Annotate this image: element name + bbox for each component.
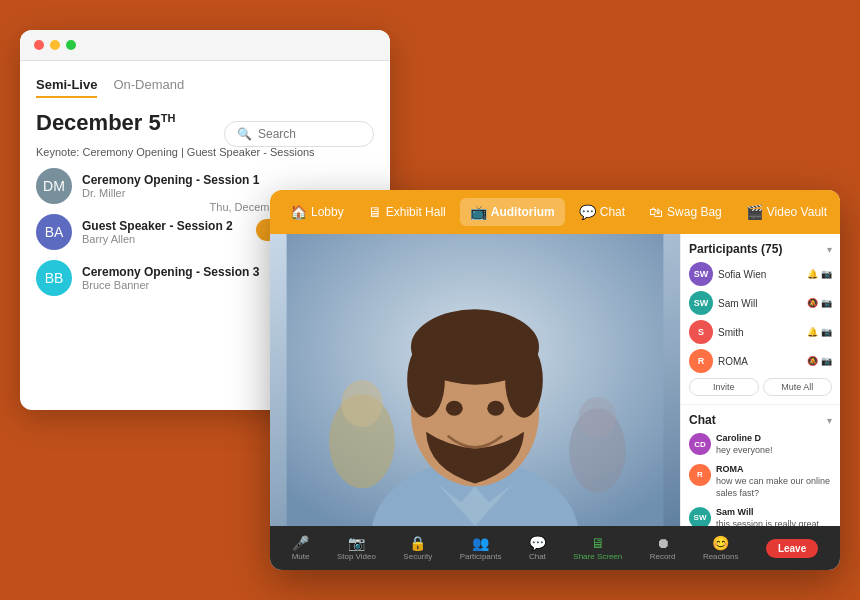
chat-section: Chat ▾ CD Caroline D hey everyone! R ROM… <box>681 405 840 526</box>
side-panel: Participants (75) ▾ SW Sofia Wien 🔔 📷 <box>680 234 840 526</box>
participant-row: SW Sofia Wien 🔔 📷 <box>689 262 832 286</box>
nav-video-label: Video Vault <box>767 205 827 219</box>
chat-title: Chat <box>689 413 716 427</box>
avatar: SW <box>689 262 713 286</box>
participants-section: Participants (75) ▾ SW Sofia Wien 🔔 📷 <box>681 234 840 405</box>
participant-name: Sam Will <box>718 298 757 309</box>
nav-video-vault[interactable]: 🎬 Video Vault <box>736 198 837 226</box>
toolbar-stop-video[interactable]: 📷 Stop Video <box>337 535 376 561</box>
tabs: Semi-Live On-Demand <box>36 77 374 98</box>
video-area <box>270 234 680 526</box>
chat-toolbar-icon: 💬 <box>529 535 546 551</box>
nav-swag-label: Swag Bag <box>667 205 722 219</box>
toolbar-security[interactable]: 🔒 Security <box>403 535 432 561</box>
swagbag-icon: 🛍 <box>649 204 663 220</box>
toolbar-reactions[interactable]: 😊 Reactions <box>703 535 739 561</box>
participant-row: R ROMA 🔕 📷 <box>689 349 832 373</box>
keynote-label: Keynote: Ceremony Opening | Guest Speake… <box>36 146 374 158</box>
avatar: BB <box>36 260 72 296</box>
search-icon: 🔍 <box>237 127 252 141</box>
camera-off-icon: 📷 <box>821 356 832 366</box>
main-content: Participants (75) ▾ SW Sofia Wien 🔔 📷 <box>270 234 840 526</box>
session-speaker: Bruce Banner <box>82 279 259 291</box>
participants-icon: 👥 <box>472 535 489 551</box>
mute-all-button[interactable]: Mute All <box>763 378 833 396</box>
nav-exhibit-hall[interactable]: 🖥 Exhibit Hall <box>358 198 456 226</box>
nav-auditorium-label: Auditorium <box>491 205 555 219</box>
avatar: S <box>689 320 713 344</box>
nav-bar: 🏠 Lobby 🖥 Exhibit Hall 📺 Auditorium 💬 Ch… <box>270 190 840 234</box>
nav-lobby-label: Lobby <box>311 205 344 219</box>
nav-chat-label: Chat <box>600 205 625 219</box>
chat-text: hey everyone! <box>716 444 773 457</box>
participants-count: (75) <box>761 242 782 256</box>
toolbar-share-screen[interactable]: 🖥 Share Screen <box>573 535 622 561</box>
nav-lobby[interactable]: 🏠 Lobby <box>280 198 354 226</box>
titlebar <box>20 30 390 61</box>
participant-name: ROMA <box>718 356 748 367</box>
chat-message: R ROMA how we can make our online sales … <box>689 464 832 500</box>
chat-text: this session is really great and helpful… <box>716 518 832 526</box>
chat-icon: 💬 <box>579 204 596 220</box>
session-speaker: Barry Allen <box>82 233 233 245</box>
svg-point-8 <box>487 401 504 416</box>
share-screen-icon: 🖥 <box>591 535 605 551</box>
toolbar-participants-label: Participants <box>460 552 502 561</box>
toolbar-stopvideo-label: Stop Video <box>337 552 376 561</box>
chevron-down-icon[interactable]: ▾ <box>827 244 832 255</box>
chat-avatar: R <box>689 464 711 486</box>
bottom-toolbar: 🎤 Mute 📷 Stop Video 🔒 Security 👥 Partici… <box>270 526 840 570</box>
session-title: Ceremony Opening - Session 1 <box>82 173 259 187</box>
svg-point-12 <box>579 397 617 438</box>
chat-avatar: CD <box>689 433 711 455</box>
participants-title: Participants (75) <box>689 242 782 256</box>
toolbar-share-label: Share Screen <box>573 552 622 561</box>
nav-exhibit-label: Exhibit Hall <box>386 205 446 219</box>
avatar: SW <box>689 291 713 315</box>
video-person-bg <box>270 234 680 526</box>
toolbar-reactions-label: Reactions <box>703 552 739 561</box>
chat-avatar: SW <box>689 507 711 526</box>
record-icon: ⏺ <box>656 535 670 551</box>
session-title: Ceremony Opening - Session 3 <box>82 265 259 279</box>
nav-auditorium[interactable]: 📺 Auditorium <box>460 198 565 226</box>
tab-on-demand[interactable]: On-Demand <box>113 77 184 98</box>
search-bar[interactable]: 🔍 <box>224 121 374 147</box>
search-input[interactable] <box>258 127 361 141</box>
close-dot[interactable] <box>34 40 44 50</box>
nav-swag-bag[interactable]: 🛍 Swag Bag <box>639 198 732 226</box>
toolbar-chat-label: Chat <box>529 552 546 561</box>
toolbar-chat[interactable]: 💬 Chat <box>529 535 546 561</box>
toolbar-record[interactable]: ⏺ Record <box>650 535 676 561</box>
stop-video-icon: 📷 <box>348 535 365 551</box>
avatar: R <box>689 349 713 373</box>
mic-muted-icon: 🔕 <box>807 298 818 308</box>
mute-icon: 🎤 <box>292 535 309 551</box>
reactions-icon: 😊 <box>712 535 729 551</box>
invite-button[interactable]: Invite <box>689 378 759 396</box>
session-speaker: Dr. Miller <box>82 187 259 199</box>
minimize-dot[interactable] <box>50 40 60 50</box>
nav-chat[interactable]: 💬 Chat <box>569 198 635 226</box>
participant-row: SW Sam Will 🔕 📷 <box>689 291 832 315</box>
chevron-down-icon[interactable]: ▾ <box>827 415 832 426</box>
toolbar-participants[interactable]: 👥 Participants <box>460 535 502 561</box>
chat-text: how we can make our online sales fast? <box>716 475 832 500</box>
auditorium-window: 🏠 Lobby 🖥 Exhibit Hall 📺 Auditorium 💬 Ch… <box>270 190 840 570</box>
auditorium-icon: 📺 <box>470 204 487 220</box>
toolbar-mute-label: Mute <box>292 552 310 561</box>
participant-row: S Smith 🔔 📷 <box>689 320 832 344</box>
participant-actions: Invite Mute All <box>689 378 832 396</box>
svg-point-5 <box>407 342 445 417</box>
leave-button[interactable]: Leave <box>766 539 818 558</box>
chat-message: SW Sam Will this session is really great… <box>689 507 832 526</box>
avatar: BA <box>36 214 72 250</box>
maximize-dot[interactable] <box>66 40 76 50</box>
tab-semi-live[interactable]: Semi-Live <box>36 77 97 98</box>
chat-sender: Sam Will <box>716 507 832 517</box>
mic-muted-icon: 🔕 <box>807 356 818 366</box>
chat-sender: Caroline D <box>716 433 773 443</box>
camera-off-icon: 📷 <box>821 298 832 308</box>
mic-icon: 🔔 <box>807 327 818 337</box>
toolbar-mute[interactable]: 🎤 Mute <box>292 535 310 561</box>
